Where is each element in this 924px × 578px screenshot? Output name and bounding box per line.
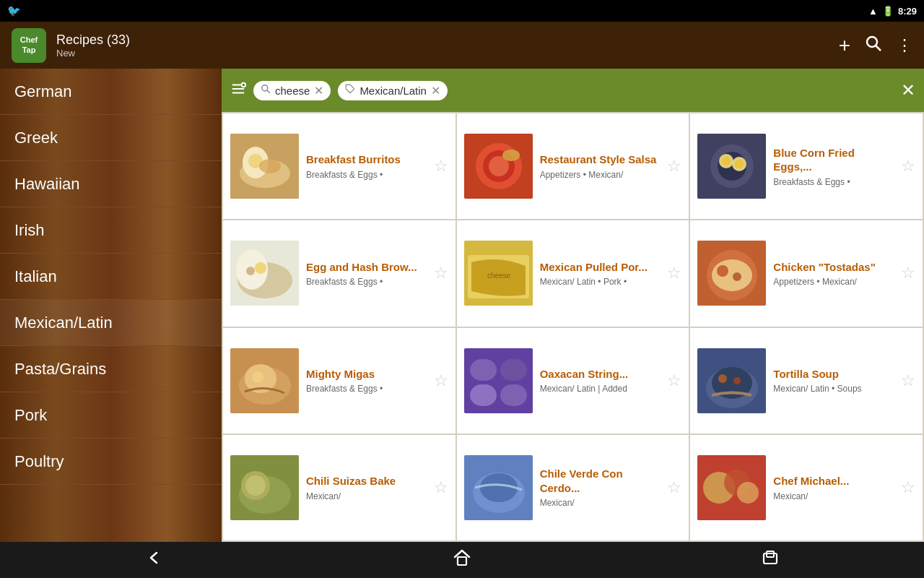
search-chip-icon [261, 84, 271, 97]
recipe-star-9[interactable]: ☆ [434, 478, 448, 497]
recipe-card-7[interactable]: Oaxacan String... Mexican/ Latin | Added… [457, 328, 689, 434]
sidebar-item-mexican-latin[interactable]: Mexican/Latin [0, 300, 222, 346]
svg-point-35 [733, 272, 741, 281]
recipe-title-10: Chile Verde Con Cerdo... [540, 467, 661, 495]
recipe-title-1: Restaurant Style Salsa [540, 152, 661, 167]
recipe-star-2[interactable]: ☆ [901, 157, 915, 176]
search-button[interactable] [865, 35, 882, 56]
recipe-info-1: Restaurant Style Salsa Appetizers • Mexi… [540, 152, 661, 180]
recipe-info-4: Mexican Pulled Por... Mexican/ Latin • P… [540, 260, 661, 288]
recipe-star-11[interactable]: ☆ [901, 478, 915, 497]
svg-point-3 [262, 85, 268, 91]
recipe-info-8: Tortilla Soup Mexican/ Latin • Soups [773, 367, 894, 394]
recipe-info-2: Blue Corn Fried Eggs,... Breakfasts & Eg… [773, 146, 894, 187]
recipe-info-3: Egg and Hash Brow... Breakfasts & Eggs • [306, 260, 427, 288]
recipe-card-3[interactable]: Egg and Hash Brow... Breakfasts & Eggs •… [223, 220, 456, 326]
recipe-cats-5: Appetizers • Mexican/ [773, 277, 894, 287]
recipe-card-1[interactable]: Restaurant Style Salsa Appetizers • Mexi… [457, 113, 689, 219]
recipe-card-0[interactable]: Breakfast Burritos Breakfasts & Eggs • ☆ [223, 113, 456, 219]
svg-point-2 [242, 82, 246, 87]
recipe-cats-4: Mexican/ Latin • Pork • [540, 277, 661, 287]
recipe-title-5: Chicken "Tostadas" [773, 260, 894, 275]
svg-point-53 [245, 475, 266, 496]
svg-rect-61 [458, 557, 466, 565]
recipe-card-5[interactable]: Chicken "Tostadas" Appetizers • Mexican/… [690, 220, 923, 326]
recipe-title-4: Mexican Pulled Por... [540, 260, 661, 275]
svg-point-49 [733, 377, 741, 384]
recipe-cats-3: Breakfasts & Eggs • [306, 277, 427, 287]
recipe-cats-6: Breakfasts & Eggs • [306, 384, 427, 394]
bottom-nav [0, 542, 924, 578]
recipe-star-5[interactable]: ☆ [901, 264, 915, 282]
status-right: ▲ 🔋 8:29 [868, 6, 917, 17]
home-button[interactable] [452, 548, 472, 572]
recipe-img-0 [230, 134, 299, 199]
sidebar-item-greek[interactable]: Greek [0, 115, 222, 161]
recipe-title-0: Breakfast Burritos [306, 152, 427, 167]
recipe-info-9: Chili Suizas Bake Mexican/ [306, 474, 427, 501]
tag-chip-icon [345, 84, 355, 97]
recipe-img-9 [230, 455, 299, 520]
recipe-title-8: Tortilla Soup [773, 367, 894, 381]
cheese-chip-text: cheese [275, 85, 310, 97]
recipe-card-6[interactable]: Mighty Migas Breakfasts & Eggs • ☆ [223, 328, 456, 434]
sidebar-item-hawaiian[interactable]: Hawaiian [0, 161, 222, 207]
cheese-filter-chip[interactable]: cheese ✕ [253, 81, 331, 100]
sidebar-item-poultry[interactable]: Poultry [0, 439, 222, 485]
recipe-card-10[interactable]: Chile Verde Con Cerdo... Mexican/ ☆ [457, 435, 689, 540]
cheese-chip-close[interactable]: ✕ [314, 84, 323, 98]
recipe-star-8[interactable]: ☆ [901, 371, 915, 390]
recipe-grid: Breakfast Burritos Breakfasts & Eggs • ☆ [222, 112, 924, 542]
mexican-filter-chip[interactable]: Mexican/Latin ✕ [338, 81, 448, 100]
recipe-card-8[interactable]: Tortilla Soup Mexican/ Latin • Soups ☆ [690, 328, 923, 434]
recipe-star-4[interactable]: ☆ [667, 264, 681, 282]
recipe-info-7: Oaxacan String... Mexican/ Latin | Added [540, 367, 661, 394]
recipe-cats-1: Appetizers • Mexican/ [540, 170, 661, 180]
recipe-star-7[interactable]: ☆ [667, 371, 681, 390]
recipe-img-1 [464, 134, 533, 199]
sidebar-item-german[interactable]: German [0, 69, 222, 115]
recipe-cats-0: Breakfasts & Eggs • [306, 170, 427, 180]
recipe-img-5 [697, 241, 766, 306]
svg-rect-62 [764, 553, 777, 564]
recipe-img-10 [464, 455, 533, 520]
recipe-star-6[interactable]: ☆ [434, 371, 448, 390]
status-left: 🐦 [7, 4, 21, 17]
recipe-cats-7: Mexican/ Latin | Added [540, 384, 661, 394]
filter-close-button[interactable]: ✕ [901, 80, 915, 100]
main-area: German Greek Hawaiian Irish Italian Mexi… [0, 69, 924, 542]
recipe-img-4: cheese [464, 241, 533, 306]
svg-point-33 [712, 259, 752, 291]
recipe-card-4[interactable]: cheese Mexican Pulled Por... Mexican/ La… [457, 220, 689, 326]
sidebar-item-italian[interactable]: Italian [0, 254, 222, 300]
recipe-star-0[interactable]: ☆ [434, 157, 448, 176]
sidebar-item-irish[interactable]: Irish [0, 207, 222, 254]
svg-point-60 [737, 482, 759, 504]
more-button[interactable]: ⋮ [897, 36, 912, 55]
toolbar: Chef Tap Recipes (33) New + ⋮ [0, 22, 924, 69]
mexican-chip-close[interactable]: ✕ [431, 84, 440, 98]
recipe-card-2[interactable]: Blue Corn Fried Eggs,... Breakfasts & Eg… [690, 113, 923, 219]
svg-line-4 [267, 90, 270, 93]
recipe-card-9[interactable]: Chili Suizas Bake Mexican/ ☆ [223, 435, 456, 540]
add-button[interactable]: + [839, 34, 850, 57]
recipe-star-1[interactable]: ☆ [667, 157, 681, 176]
recipe-star-10[interactable]: ☆ [667, 478, 681, 497]
filter-edit-icon[interactable] [230, 81, 246, 100]
sidebar-item-pork[interactable]: Pork [0, 392, 222, 439]
recipe-title-11: Chef Michael... [773, 474, 894, 488]
recipe-card-11[interactable]: Chef Michael... Mexican/ ☆ [690, 435, 923, 540]
sidebar-item-pasta-grains[interactable]: Pasta/Grains [0, 346, 222, 392]
recipe-star-3[interactable]: ☆ [434, 264, 448, 282]
battery-icon: 🔋 [882, 6, 894, 17]
app-icon: Chef Tap [12, 28, 46, 63]
svg-rect-44 [500, 384, 527, 406]
svg-point-22 [735, 160, 744, 168]
recents-button[interactable] [760, 548, 780, 572]
recipe-cats-11: Mexican/ [773, 491, 894, 501]
recipe-title-6: Mighty Migas [306, 367, 427, 381]
back-button[interactable] [144, 548, 164, 572]
recipe-cats-9: Mexican/ [306, 491, 427, 501]
recipe-img-7 [464, 348, 533, 413]
svg-rect-42 [500, 359, 527, 381]
